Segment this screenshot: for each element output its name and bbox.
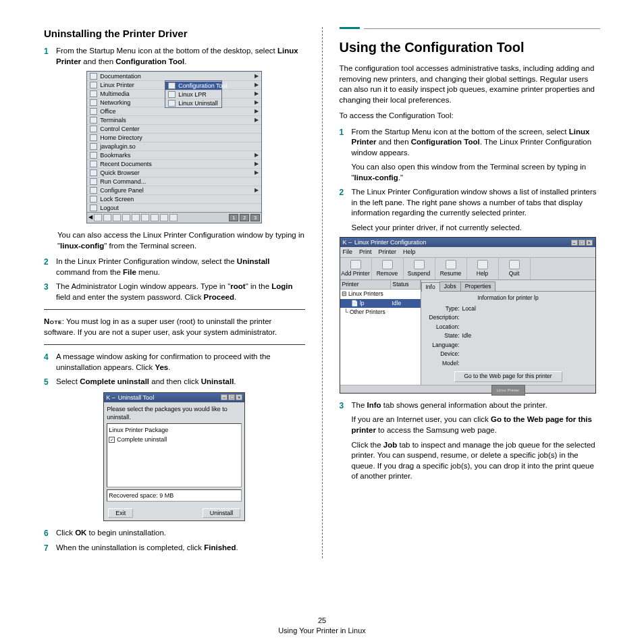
step-num: 5 [44, 377, 56, 387]
left-heading: Uninstalling the Printer Driver [44, 27, 305, 41]
step-num: 1 [44, 46, 56, 67]
menu-item[interactable]: Recent Documents▶ [87, 159, 261, 168]
menu-item[interactable]: Logout [87, 203, 261, 212]
toolbar-button[interactable]: Resume [435, 258, 467, 279]
menu-item-icon [90, 178, 97, 185]
screenshot-uninstall-tool: K – Uninstall Tool –□× Please select the… [103, 392, 245, 522]
info-field-value: Idle [462, 332, 472, 340]
step1-text: From the Startup Menu icon at the bottom… [56, 46, 305, 67]
uninstall-prompt: Please select the packages you would lik… [107, 405, 242, 421]
menu-item[interactable]: Run Command... [87, 177, 261, 186]
menu-item-icon [90, 99, 97, 106]
menu-item-icon [90, 205, 97, 211]
info-field-label: Language: [425, 342, 462, 349]
menu-item-icon [90, 126, 97, 132]
tree-other[interactable]: Other Printers [350, 308, 385, 315]
menu-item-icon [90, 161, 97, 167]
menu-item[interactable]: Configure Panel▶ [87, 186, 261, 194]
toolbar-button[interactable]: Suspend [404, 258, 435, 279]
info-field-label: Location: [425, 323, 462, 331]
right-heading: Using the Configuration Tool [340, 38, 601, 57]
menubar-item[interactable]: File [343, 248, 353, 256]
tab[interactable]: Info [421, 282, 440, 292]
menu-item[interactable]: Lock Screen [87, 194, 261, 203]
step-num: 1 [340, 127, 352, 184]
menu-item-icon [90, 82, 97, 88]
uninstall-button[interactable]: Uninstall [203, 508, 241, 518]
pkg-item: Complete uninstall [117, 435, 167, 444]
menu-item[interactable]: Terminals▶ [87, 115, 261, 124]
step-num: 3 [340, 400, 352, 482]
menu-item[interactable]: Documentation▶ [87, 72, 261, 80]
submenu-item-icon [168, 82, 176, 89]
r-step3-text: The Info tab shows general information a… [352, 400, 601, 482]
step-num: 2 [340, 187, 352, 233]
toolbar-icon [382, 260, 393, 269]
menu-item[interactable]: javaplugin.so [87, 142, 261, 151]
menu-item-icon [90, 196, 97, 203]
tree-selected-printer[interactable]: lp [360, 300, 365, 306]
access-text: To access the Configuration Tool: [340, 111, 601, 122]
menubar-item[interactable]: Print [359, 248, 372, 256]
intro-text: The configuration tool accesses administ… [340, 63, 601, 105]
config-title: Linux Printer Configuration [354, 238, 427, 246]
screenshot-config-tool: K – Linux Printer Configuration –□× File… [340, 237, 596, 394]
submenu-item[interactable]: Linux Uninstall [165, 99, 221, 107]
menu-item-icon [90, 134, 97, 141]
menu-item-icon [90, 169, 97, 176]
menubar-item[interactable]: Help [403, 248, 416, 256]
menu-item[interactable]: Control Center [87, 124, 261, 133]
toolbar-icon [477, 260, 488, 269]
menu-item-icon [90, 152, 97, 159]
step-num: 4 [44, 352, 56, 373]
step7-text: When the uninstallation is completed, cl… [56, 543, 305, 554]
menu-item[interactable]: Home Directory [87, 133, 261, 142]
step4-text: A message window asking for confirmation… [56, 352, 305, 373]
page-footer: 25 Using Your Printer in Linux [0, 616, 644, 636]
tree-header-status: Status [391, 280, 421, 289]
toolbar-button[interactable]: Quit [499, 258, 531, 279]
toolbar-icon [509, 260, 520, 269]
r-step2-text: The Linux Printer Configuration window s… [352, 187, 601, 233]
toolbar-icon [414, 260, 425, 269]
menu-item-icon [90, 187, 97, 194]
uninstall-title: Uninstall Tool [118, 394, 154, 402]
info-field-label: Device: [425, 350, 462, 358]
r-step1-text: From the Startup Menu icon at the bottom… [352, 127, 601, 184]
submenu-item[interactable]: Configuration Tool [165, 81, 221, 90]
menu-item-icon [90, 90, 97, 97]
toolbar-button[interactable]: Remove [372, 258, 404, 279]
tab[interactable]: Jobs [439, 281, 461, 291]
step3-text: The Administrator Login window appears. … [56, 281, 305, 302]
pkg-item: Linux Printer Package [109, 426, 168, 434]
toolbar-icon [446, 260, 456, 269]
menu-item[interactable]: Quick Browser▶ [87, 168, 261, 177]
tab[interactable]: Properties [460, 281, 496, 291]
submenu-item-icon [168, 91, 176, 98]
toolbar-button[interactable]: Help [467, 258, 499, 279]
menubar-item[interactable]: Printer [379, 248, 397, 256]
checkbox-icon[interactable]: ✓ [109, 437, 115, 443]
screenshot-start-menu: Documentation▶Linux Printer▶Multimedia▶N… [86, 71, 262, 223]
step5-text: Select Complete uninstall and then click… [56, 377, 305, 387]
exit-button[interactable]: Exit [108, 508, 133, 518]
info-field-label: Description: [425, 314, 462, 321]
info-field-value: Local [462, 305, 476, 313]
tree-root[interactable]: Linux Printers [348, 290, 383, 297]
step2-text: In the Linux Printer Configuration windo… [56, 257, 305, 277]
submenu-item-icon [168, 100, 176, 107]
step-num: 7 [44, 543, 56, 554]
info-field-label: Type: [425, 305, 462, 313]
note-block: Note: You must log in as a super user (r… [44, 317, 305, 338]
after-shot1-text: You can also access the Linux Printer Co… [57, 230, 305, 251]
step-num: 3 [44, 281, 56, 302]
tree-header-printer: Printer [340, 280, 391, 289]
toolbar-button[interactable]: Add Printer [340, 258, 372, 279]
toolbar-icon [350, 260, 361, 269]
step6-text: Click OK to begin uninstallation. [56, 528, 305, 539]
submenu-item[interactable]: Linux LPR [165, 90, 221, 99]
info-field-label: State: [425, 332, 462, 340]
tree-selected-status: Idle [392, 300, 402, 307]
menu-item[interactable]: Bookmarks▶ [87, 151, 261, 159]
web-page-button[interactable]: Go to the Web page for this printer [454, 371, 562, 381]
